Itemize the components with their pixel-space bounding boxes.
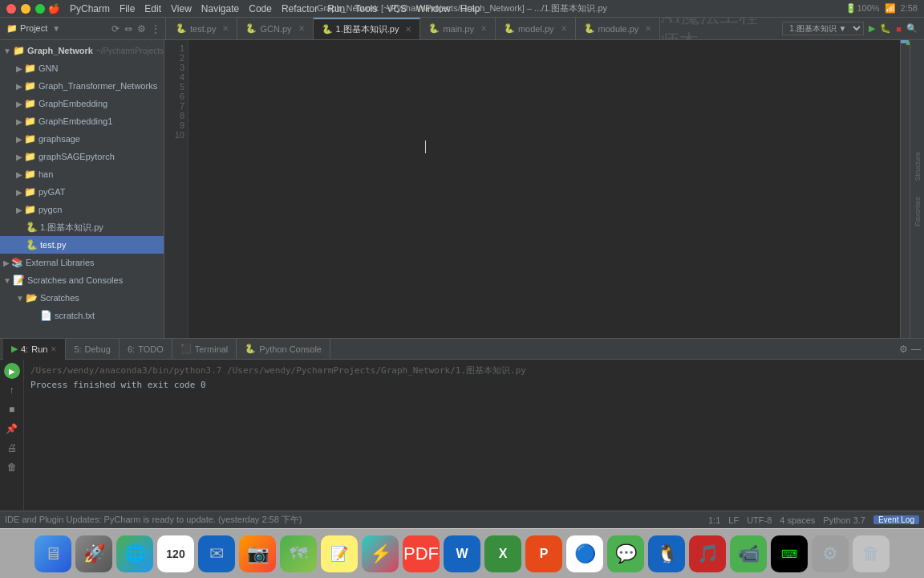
tree-item-pygat[interactable]: ▶ 📁 pyGAT (0, 183, 164, 201)
python-version[interactable]: Python 3.7 (823, 515, 865, 525)
tree-item-graphsage[interactable]: ▶ 📁 graphsage (0, 130, 164, 148)
menu-window[interactable]: Window (416, 3, 451, 14)
charset[interactable]: UTF-8 (747, 515, 772, 525)
tab-close-gcn[interactable]: ✕ (298, 24, 305, 33)
run-icon[interactable]: ▶ (869, 23, 875, 34)
tab-test-py[interactable]: 🐍 test.py ✕ (168, 18, 237, 39)
favorites-label[interactable]: Favorites (914, 197, 922, 226)
maximize-button[interactable] (35, 4, 45, 14)
dock-maps[interactable]: 🗺 (280, 535, 317, 572)
clear-icon[interactable]: 🗑 (4, 459, 20, 475)
tab-close-module[interactable]: ✕ (645, 24, 651, 33)
menu-tools[interactable]: Tools (355, 3, 377, 14)
tree-item-scratches-consoles[interactable]: ▼ 📝 Scratches and Consoles (0, 271, 164, 289)
pin-icon[interactable]: 📌 (4, 421, 20, 437)
tree-item-pygcn[interactable]: ▶ 📁 pygcn (0, 201, 164, 218)
menu-edit[interactable]: Edit (144, 3, 161, 14)
run-button[interactable]: ▶ (4, 363, 20, 379)
menu-file[interactable]: File (120, 3, 135, 14)
sync-icon[interactable]: ⟳ (111, 23, 120, 35)
tree-item-test-py[interactable]: 🐍 test.py (0, 236, 164, 254)
tree-item-1-graph-knowledge[interactable]: 🐍 1.图基本知识.py (0, 218, 164, 236)
tree-item-scratch-txt[interactable]: 📄 scratch.txt (0, 307, 164, 324)
settings-icon[interactable]: ⚙ (899, 344, 908, 355)
collapse-icon[interactable]: ⇔ (124, 23, 132, 35)
tree-item-external-libraries[interactable]: ▶ 📚 External Libraries (0, 254, 164, 271)
tree-item-graphembedding1[interactable]: ▶ 📁 GraphEmbedding1 (0, 112, 164, 130)
editor-scrollbar[interactable] (900, 40, 910, 338)
menu-apple[interactable]: 🍎 (48, 3, 60, 14)
tab-main-py[interactable]: 🐍 main.py ✕ (420, 18, 496, 39)
tree-item-graphembedding[interactable]: ▶ 📁 GraphEmbedding (0, 95, 164, 112)
menu-refactor[interactable]: Refactor (282, 3, 318, 14)
menu-view[interactable]: View (171, 3, 192, 14)
tree-item-graph-transformer[interactable]: ▶ 📁 Graph_Transformer_Networks (0, 77, 164, 95)
dock-powerpoint[interactable]: P (525, 535, 562, 572)
dock-finder[interactable]: 🖥 (34, 535, 71, 572)
run-tab[interactable]: ▶ 4: Run ✕ (3, 339, 66, 360)
dock-music[interactable]: 🎵 (689, 535, 726, 572)
project-dropdown-icon[interactable]: ▼ (52, 24, 60, 33)
mac-menu[interactable]: 🍎 PyCharm File Edit View Navigate Code R… (48, 3, 480, 14)
tree-item-han[interactable]: ▶ 📁 han (0, 165, 164, 183)
dock-terminal[interactable]: ⌨ (771, 535, 808, 572)
run-tab-close[interactable]: ✕ (51, 345, 57, 353)
dock-mail[interactable]: ✉ (198, 535, 235, 572)
menu-pycharm[interactable]: PyCharm (70, 3, 110, 14)
dock-chrome[interactable]: 🔵 (566, 535, 603, 572)
tab-close-main[interactable]: ✕ (480, 24, 487, 33)
terminal-tab[interactable]: ⬛ Terminal (172, 339, 237, 360)
debug-icon[interactable]: 🐛 (880, 23, 891, 34)
event-log-button[interactable]: Event Log (873, 515, 919, 524)
stop-icon[interactable]: ■ (896, 24, 902, 34)
menu-navigate[interactable]: Navigate (201, 3, 239, 14)
menu-code[interactable]: Code (249, 3, 272, 14)
tree-item-graphsagepytorch[interactable]: ▶ 📁 graphSAGEpytorch (0, 148, 164, 165)
dock-pycharm[interactable]: ⚡ (362, 535, 399, 572)
dock-photos[interactable]: 📷 (239, 535, 276, 572)
tab-model-py[interactable]: 🐍 model.py ✕ (496, 18, 576, 39)
tab-gcn-py[interactable]: 🐍 GCN.py ✕ (237, 18, 313, 39)
tab-close-model[interactable]: ✕ (561, 24, 567, 33)
project-label[interactable]: 📁 Project (6, 23, 47, 34)
dock-pdf[interactable]: PDF (403, 535, 440, 572)
debug-tab[interactable]: 5: Debug (66, 339, 120, 360)
structure-label[interactable]: Structure (914, 152, 922, 181)
dock-notes[interactable]: 📝 (321, 535, 358, 572)
gear-icon[interactable]: ⚙ (137, 23, 146, 35)
stop-icon[interactable]: ■ (4, 401, 20, 417)
indent-setting[interactable]: 4 spaces (780, 515, 815, 525)
dock-launchpad[interactable]: 🚀 (75, 535, 112, 572)
line-ending[interactable]: LF (728, 515, 739, 525)
python-console-tab[interactable]: 🐍 Python Console (237, 339, 330, 360)
run-config-dropdown[interactable]: 1.图基本知识 ▼ (782, 22, 864, 35)
search-icon[interactable]: 🔍 (906, 23, 918, 34)
cursor-position[interactable]: 1:1 (708, 515, 720, 525)
editor-content[interactable]: @keyframes blink { 0%,100%{opacity:1} 50… (188, 40, 900, 338)
tab-module-py[interactable]: 🐍 module.py ✕ (576, 18, 661, 39)
dock-excel[interactable]: X (484, 535, 521, 572)
tab-close-test[interactable]: ✕ (222, 24, 229, 33)
tree-item-graph-network[interactable]: ▼ 📁 Graph_Network ~/PycharmProjects (0, 42, 164, 59)
dock-wechat[interactable]: 💬 (607, 535, 644, 572)
tab-close-graph[interactable]: ✕ (405, 25, 411, 34)
minimize-button[interactable] (21, 4, 30, 14)
dock-trash[interactable]: 🗑 (853, 535, 890, 572)
dock-word[interactable]: W (444, 535, 480, 572)
traffic-lights[interactable] (6, 4, 45, 14)
menu-vcs[interactable]: VCS (387, 3, 407, 14)
more-icon[interactable]: ⋮ (151, 23, 160, 35)
tree-item-gnn[interactable]: ▶ 📁 GNN (0, 59, 164, 77)
rerun-icon[interactable]: ↑ (4, 382, 20, 398)
menu-run[interactable]: Run (327, 3, 345, 14)
dock-facetime[interactable]: 📹 (730, 535, 767, 572)
close-button[interactable] (6, 4, 16, 14)
todo-tab[interactable]: 6: TODO (120, 339, 172, 360)
tree-item-scratches[interactable]: ▼ 📂 Scratches (0, 289, 164, 307)
dock-settings[interactable]: ⚙ (812, 535, 849, 572)
dock-qq[interactable]: 🐧 (648, 535, 685, 572)
dock-120[interactable]: 120 (157, 535, 194, 572)
dock-safari[interactable]: 🌐 (116, 535, 153, 572)
print-icon[interactable]: 🖨 (4, 440, 20, 456)
project-header-icons[interactable]: ⟳ ⇔ ⚙ ⋮ (111, 23, 160, 35)
